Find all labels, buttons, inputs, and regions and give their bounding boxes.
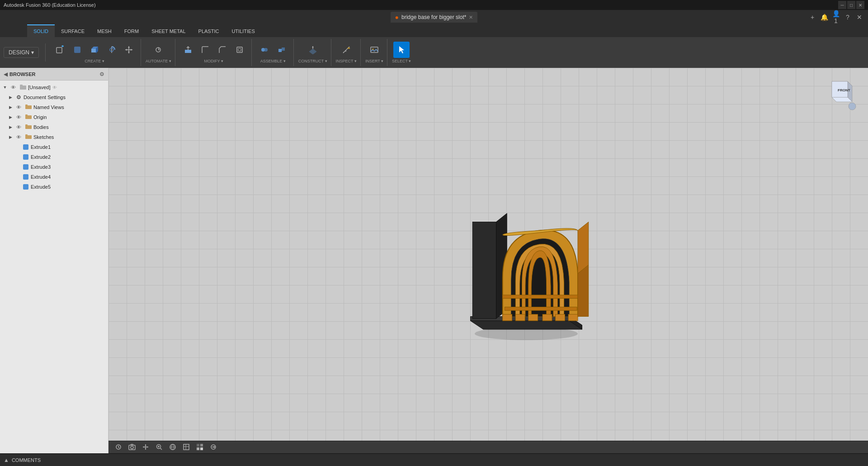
construct-icons-row: [305, 42, 321, 58]
svg-rect-76: [197, 447, 199, 450]
browser-title: BROWSER: [9, 71, 35, 77]
pan-button[interactable]: [139, 442, 152, 452]
new-component-button[interactable]: [52, 42, 68, 58]
browser-settings-button[interactable]: ⚙: [99, 71, 104, 77]
view-cube[interactable]: FRONT: [823, 77, 859, 113]
tab-plastic[interactable]: PLASTIC: [192, 24, 226, 37]
move-button[interactable]: [121, 42, 137, 58]
model-area: [436, 175, 617, 347]
bottom-toolbar: [108, 441, 868, 453]
viewport[interactable]: FRONT: [108, 68, 868, 453]
modify-label[interactable]: MODIFY ▾: [204, 59, 223, 63]
inspect-label[interactable]: INSPECT ▾: [336, 59, 357, 63]
automate-button[interactable]: [150, 42, 166, 58]
tree-doc-settings[interactable]: ▶ ⚙ Document Settings: [0, 92, 108, 102]
svg-rect-34: [25, 125, 32, 129]
tree-origin[interactable]: ▶ 👁 Origin: [0, 112, 108, 122]
as-built-joint-button[interactable]: [274, 42, 290, 58]
tab-sheet-metal[interactable]: SHEET METAL: [145, 24, 192, 37]
extrude5-icon: [22, 183, 29, 190]
construct-label[interactable]: CONSTRUCT ▾: [298, 59, 327, 63]
svg-rect-3: [74, 47, 80, 53]
sidebar: ◀ BROWSER ⚙ ▼ 👁 [Unsaved] 👁 ▶ ⚙ Document…: [0, 68, 108, 453]
root-label: [Unsaved]: [28, 85, 51, 90]
svg-rect-30: [25, 105, 32, 109]
tree-root-item[interactable]: ▼ 👁 [Unsaved] 👁: [0, 82, 108, 92]
browser-collapse-button[interactable]: ◀: [4, 71, 8, 77]
root-eye-icon: 👁: [9, 84, 17, 91]
extrude3-icon: [22, 163, 29, 171]
insert-image-button[interactable]: [366, 42, 382, 58]
tree-extrude1[interactable]: ▶ Extrude1: [0, 142, 108, 152]
svg-rect-18: [278, 49, 282, 52]
insert-label[interactable]: INSERT ▾: [365, 59, 383, 63]
design-chevron-icon: ▾: [31, 49, 34, 56]
new-tab-button[interactable]: +: [807, 12, 817, 22]
maximize-button[interactable]: □: [847, 1, 855, 9]
shell-button[interactable]: [231, 42, 248, 58]
help-button[interactable]: ?: [843, 12, 853, 22]
measure-button[interactable]: [338, 42, 354, 58]
tab-surface[interactable]: SURFACE: [55, 24, 91, 37]
tab-utilities[interactable]: UTILITIES: [225, 24, 261, 37]
design-dropdown-button[interactable]: DESIGN ▾: [4, 47, 39, 58]
fillet-button[interactable]: [197, 42, 213, 58]
tree-extrude3[interactable]: ▶ Extrude3: [0, 162, 108, 172]
tab-form[interactable]: FORM: [118, 24, 145, 37]
3d-model-svg: [436, 175, 617, 347]
main-area: ◀ BROWSER ⚙ ▼ 👁 [Unsaved] 👁 ▶ ⚙ Document…: [0, 68, 868, 453]
tree-extrude5[interactable]: ▶ Extrude5: [0, 182, 108, 192]
insert-group: INSERT ▾: [362, 39, 387, 66]
select-group: SELECT ▾: [388, 39, 415, 66]
extrude-button[interactable]: [86, 42, 103, 58]
insert-icons-row: [366, 42, 382, 58]
browser-header: ◀ BROWSER ⚙: [0, 68, 108, 81]
svg-rect-29: [20, 85, 23, 86]
select-button[interactable]: [393, 42, 410, 58]
grid-display-button[interactable]: [180, 442, 193, 452]
camera-button[interactable]: [126, 442, 138, 452]
svg-rect-55: [528, 314, 538, 321]
svg-marker-46: [471, 321, 582, 329]
automate-label[interactable]: AUTOMATE ▾: [146, 59, 171, 63]
construct-plane-button[interactable]: [305, 42, 321, 58]
appearance-button[interactable]: [193, 442, 206, 452]
close-button[interactable]: ✕: [856, 1, 864, 9]
named-views-label: Named Views: [33, 105, 64, 110]
sketches-folder-icon: [25, 133, 32, 141]
doc-settings-arrow-icon: ▶: [7, 94, 14, 100]
svg-point-61: [131, 446, 133, 449]
tab-solid[interactable]: SOLID: [27, 24, 55, 37]
assemble-label[interactable]: ASSEMBLE ▾: [260, 59, 286, 63]
create-label[interactable]: CREATE ▾: [85, 59, 104, 63]
minimize-button[interactable]: ─: [838, 1, 846, 9]
comments-expand-button[interactable]: ▲: [4, 457, 9, 463]
view-settings-button[interactable]: [112, 442, 125, 452]
tree-named-views[interactable]: ▶ 👁 Named Views: [0, 102, 108, 112]
notifications-button[interactable]: 🔔: [819, 12, 829, 22]
select-label[interactable]: SELECT ▾: [392, 59, 411, 63]
press-pull-button[interactable]: [180, 42, 196, 58]
sketches-arrow-icon: ▶: [7, 134, 14, 140]
tree-bodies[interactable]: ▶ 👁 Bodies: [0, 122, 108, 132]
svg-marker-65: [147, 446, 148, 447]
doc-tab[interactable]: ● bridge base for bigger slot* ✕: [391, 12, 478, 23]
tree-extrude2[interactable]: ▶ Extrude2: [0, 152, 108, 162]
revolve-button[interactable]: [104, 42, 120, 58]
more-settings-button[interactable]: [207, 442, 220, 452]
zoom-button[interactable]: [153, 442, 165, 452]
tab-mesh[interactable]: MESH: [91, 24, 118, 37]
tree-extrude4[interactable]: ▶ Extrude4: [0, 172, 108, 182]
modify-icons-row: [180, 42, 248, 58]
joint-button[interactable]: [256, 42, 273, 58]
tree-sketches[interactable]: ▶ 👁 Sketches: [0, 132, 108, 142]
new-body-button[interactable]: [69, 42, 85, 58]
close-doc-button[interactable]: ✕: [854, 12, 864, 22]
user-count-button[interactable]: 👤1: [831, 12, 841, 22]
automate-icons-row: [150, 42, 166, 58]
chamfer-button[interactable]: [214, 42, 231, 58]
svg-marker-62: [145, 444, 146, 446]
display-mode-button[interactable]: [166, 442, 179, 452]
doc-tab-close[interactable]: ✕: [469, 14, 473, 20]
doc-settings-label: Document Settings: [24, 95, 66, 100]
